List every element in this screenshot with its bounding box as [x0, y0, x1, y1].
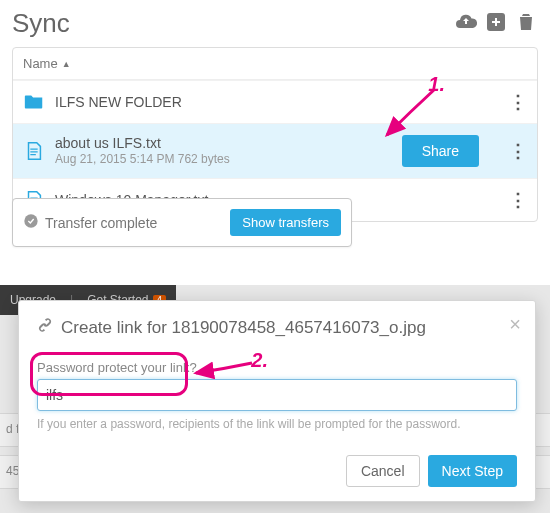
- row-menu-icon[interactable]: ⋮: [509, 189, 527, 211]
- column-header-name[interactable]: Name ▲: [13, 48, 537, 80]
- check-circle-icon: [23, 213, 39, 232]
- row-menu-icon[interactable]: ⋮: [509, 91, 527, 113]
- share-button[interactable]: Share: [402, 135, 479, 167]
- password-label: Password protect your link?: [37, 360, 517, 375]
- modal-title: Create link for 18190078458_4657416073_o…: [37, 317, 517, 338]
- svg-point-1: [24, 214, 37, 227]
- file-row-folder[interactable]: ILFS NEW FOLDER ⋮: [13, 80, 537, 123]
- link-icon: [37, 317, 53, 338]
- password-hint: If you enter a password, recipients of t…: [37, 417, 517, 431]
- trash-icon[interactable]: [514, 10, 538, 37]
- file-icon: [23, 140, 45, 162]
- page-title: Sync: [12, 8, 70, 39]
- file-meta: Aug 21, 2015 5:14 PM 762 bytes: [55, 152, 402, 168]
- row-menu-icon[interactable]: ⋮: [509, 140, 527, 162]
- folder-icon: [23, 91, 45, 113]
- file-list: Name ▲ ILFS NEW FOLDER ⋮ about us ILFS.t…: [12, 47, 538, 222]
- sort-asc-icon: ▲: [62, 59, 71, 69]
- add-icon[interactable]: [484, 10, 508, 37]
- toast-message: Transfer complete: [45, 215, 157, 231]
- close-icon[interactable]: ×: [509, 313, 521, 336]
- file-name: ILFS NEW FOLDER: [55, 93, 509, 111]
- create-link-modal: × Create link for 18190078458_4657416073…: [18, 300, 536, 502]
- show-transfers-button[interactable]: Show transfers: [230, 209, 341, 236]
- transfer-toast: Transfer complete Show transfers: [12, 198, 352, 247]
- file-name: about us ILFS.txt: [55, 134, 402, 152]
- next-step-button[interactable]: Next Step: [428, 455, 517, 487]
- file-row-selected[interactable]: about us ILFS.txt Aug 21, 2015 5:14 PM 7…: [13, 123, 537, 178]
- password-input[interactable]: [37, 379, 517, 411]
- upload-cloud-icon[interactable]: [454, 10, 478, 37]
- cancel-button[interactable]: Cancel: [346, 455, 420, 487]
